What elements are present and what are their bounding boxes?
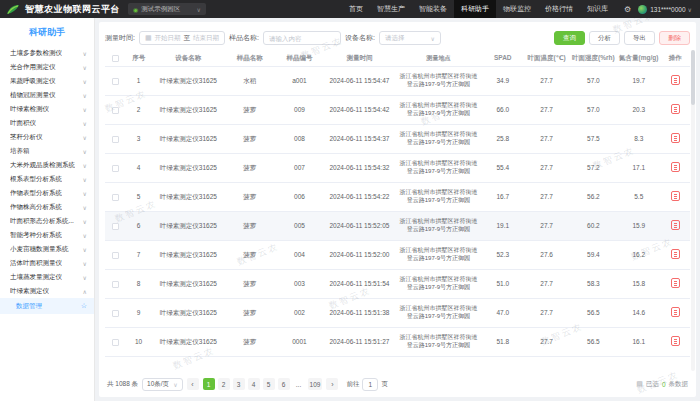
- sidebar-item[interactable]: 土壤蒸发量测定仪∨: [0, 270, 94, 284]
- chevron-down-icon: ∨: [83, 274, 87, 281]
- select-all-checkbox[interactable]: [112, 55, 119, 62]
- page-buttons: 123456...109: [203, 378, 323, 390]
- col-header-location: 测量地点: [395, 55, 483, 63]
- chevron-down-icon: ∨: [83, 106, 87, 113]
- date-start-input[interactable]: 开始日期: [155, 34, 181, 43]
- sidebar-item[interactable]: 作物表型分析系统∨: [0, 186, 94, 200]
- sidebar-item-label: 植物冠层测量仪: [10, 91, 56, 100]
- sidebar-item-label: 光合作用测定仪: [10, 63, 56, 72]
- table-cell: 浙江省杭州市拱墅区祥符街道登云路197-9号方正御园: [395, 247, 483, 263]
- row-checkbox[interactable]: [112, 281, 119, 288]
- table-cell: 56.5: [570, 338, 617, 346]
- delete-button[interactable]: 删除: [659, 31, 690, 45]
- page-button-3[interactable]: 3: [233, 378, 245, 390]
- chevron-down-icon: ∨: [83, 92, 87, 99]
- topnav-item-价格行情[interactable]: 价格行情: [538, 0, 580, 18]
- report-icon[interactable]: [671, 75, 680, 85]
- prev-page-button[interactable]: ‹: [187, 378, 199, 390]
- page-button-6[interactable]: 6: [278, 378, 290, 390]
- search-button[interactable]: 查询: [554, 31, 585, 45]
- report-icon[interactable]: [671, 104, 680, 114]
- date-end-input[interactable]: 结束日期: [193, 34, 219, 43]
- avatar[interactable]: [638, 5, 647, 14]
- row-checkbox[interactable]: [112, 310, 119, 317]
- table-cell: 2024-06-11 15:54:42: [324, 106, 394, 114]
- row-checkbox[interactable]: [112, 223, 119, 230]
- sample-name-input[interactable]: [263, 31, 341, 45]
- table-row: 5叶绿素测定仪31625菠萝0062024-06-11 15:54:22浙江省杭…: [105, 183, 690, 212]
- sidebar-item[interactable]: 智能考种分析系统∨: [0, 228, 94, 242]
- table-cell: 浙江省杭州市拱墅区祥符街道登云路197-9号方正御园: [395, 73, 483, 89]
- page-size-select[interactable]: 10条/页 ∨: [142, 378, 182, 391]
- sidebar-item[interactable]: 作物株高分析系统∨: [0, 200, 94, 214]
- username[interactable]: 131****0000: [650, 6, 685, 13]
- topnav-item-首页[interactable]: 首页: [342, 0, 370, 18]
- topnav-item-物联监控[interactable]: 物联监控: [496, 0, 538, 18]
- row-checkbox[interactable]: [112, 252, 119, 259]
- table-cell: 25.8: [482, 135, 523, 143]
- export-button[interactable]: 导出: [624, 31, 655, 45]
- sidebar-item[interactable]: 小麦亩穗数测量系统∨: [0, 242, 94, 256]
- goto-page-input[interactable]: [362, 378, 378, 391]
- sidebar-item[interactable]: 果蔬呼吸测定仪∨: [0, 74, 94, 88]
- selected-prefix: 已选: [646, 380, 659, 389]
- topnav-item-智能装备[interactable]: 智能装备: [412, 0, 454, 18]
- sidebar-item[interactable]: 植物冠层测量仪∨: [0, 88, 94, 102]
- analyze-button[interactable]: 分析: [589, 31, 620, 45]
- sidebar-item[interactable]: 根系表型分析系统∨: [0, 172, 94, 186]
- page-button-5[interactable]: 5: [263, 378, 275, 390]
- report-icon[interactable]: [671, 162, 680, 172]
- page-button-109[interactable]: 109: [308, 378, 323, 390]
- sidebar-item[interactable]: 大米外观品质检测系统∨: [0, 158, 94, 172]
- date-range-picker[interactable]: ▦ 开始日期 至 结束日期: [139, 31, 225, 45]
- sidebar-item[interactable]: 培养箱∨: [0, 144, 94, 158]
- table-cell: 浙江省杭州市拱墅区祥符街道登云路197-9号方正御园: [395, 189, 483, 205]
- table-cell: 浙江省杭州市拱墅区祥符街道登云路197-9号方正御园: [395, 160, 483, 176]
- table-cell: 57.2: [570, 164, 617, 172]
- device-filter-label: 设备名称:: [345, 33, 375, 43]
- chevron-down-icon: ∨: [83, 190, 87, 197]
- scrollbar[interactable]: [691, 50, 695, 371]
- device-select[interactable]: 请选择 ∨: [379, 31, 441, 45]
- page-button-2[interactable]: 2: [218, 378, 230, 390]
- sidebar-item-label: 培养箱: [10, 147, 30, 156]
- row-checkbox[interactable]: [112, 107, 119, 114]
- row-checkbox[interactable]: [112, 165, 119, 172]
- top-bar: 智慧农业物联网云平台 ◉ 测试示例园区 ∨ 首页智慧生产智能装备科研助手物联监控…: [0, 0, 700, 18]
- topnav-item-智慧生产[interactable]: 智慧生产: [370, 0, 412, 18]
- row-checkbox[interactable]: [112, 339, 119, 346]
- next-page-button[interactable]: ›: [326, 378, 338, 390]
- sidebar-item[interactable]: 叶面积形态分析系统...∨: [0, 214, 94, 228]
- report-icon[interactable]: [671, 133, 680, 143]
- row-checkbox[interactable]: [112, 136, 119, 143]
- topnav-item-科研助手[interactable]: 科研助手: [454, 0, 496, 18]
- report-icon[interactable]: [671, 191, 680, 201]
- table-row: 4叶绿素测定仪31625菠萝0072024-06-11 15:54:32浙江省杭…: [105, 154, 690, 183]
- table-cell: 2024-06-11 15:52:00: [324, 251, 394, 259]
- report-icon[interactable]: [671, 249, 680, 259]
- table-cell: 15.8: [617, 280, 661, 288]
- report-icon[interactable]: [671, 336, 680, 346]
- sidebar-item[interactable]: 叶面积仪∨: [0, 116, 94, 130]
- row-checkbox[interactable]: [112, 78, 119, 85]
- report-icon[interactable]: [671, 307, 680, 317]
- sidebar-item[interactable]: 活体叶面积测量仪∨: [0, 256, 94, 270]
- sidebar-item[interactable]: 叶绿素测定仪∧: [0, 284, 94, 298]
- sidebar-item[interactable]: 土壤多参数检测仪∨: [0, 46, 94, 60]
- sidebar-item[interactable]: 叶绿素检测仪∨: [0, 102, 94, 116]
- sidebar-item[interactable]: 茎秆分析仪∨: [0, 130, 94, 144]
- gear-icon[interactable]: ⚙: [624, 5, 631, 14]
- sidebar-item-label: 活体叶面积测量仪: [10, 259, 62, 268]
- sidebar-subitem-数据管理[interactable]: 数据管理☆: [0, 298, 94, 314]
- park-selector[interactable]: ◉ 测试示例园区 ∨: [128, 3, 206, 15]
- sidebar-item[interactable]: 光合作用测定仪∨: [0, 60, 94, 74]
- table-cell: 008: [275, 135, 325, 143]
- page-button-4[interactable]: 4: [248, 378, 260, 390]
- row-checkbox[interactable]: [112, 194, 119, 201]
- page-button-1[interactable]: 1: [203, 378, 215, 390]
- report-icon[interactable]: [671, 220, 680, 230]
- star-icon[interactable]: ☆: [81, 302, 87, 310]
- topnav-item-知识库[interactable]: 知识库: [580, 0, 615, 18]
- table-row: 1叶绿素测定仪31625水稻a0012024-06-11 15:54:47浙江省…: [105, 67, 690, 96]
- report-icon[interactable]: [671, 278, 680, 288]
